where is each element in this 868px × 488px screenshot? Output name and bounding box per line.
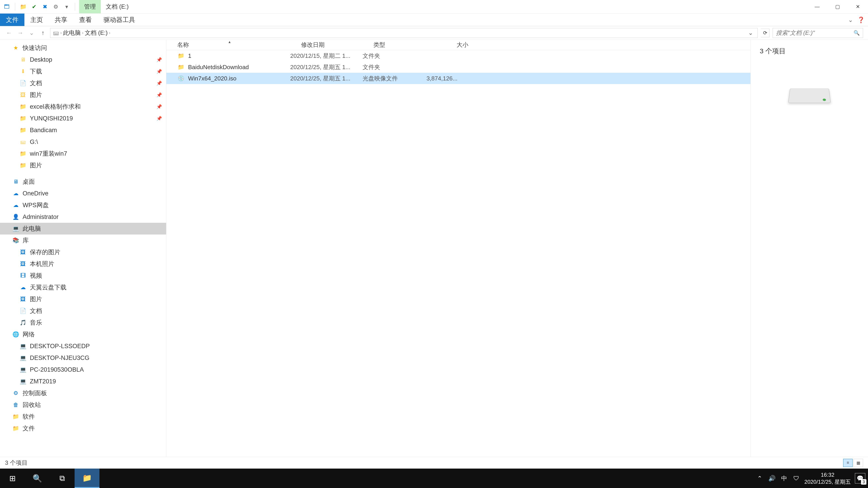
clock-time: 16:32 (804, 471, 851, 478)
body: ★ 快速访问 🖥Desktop📌⬇下载📌📄文档📌🖼图片📌📁excel表格制作求和… (0, 40, 868, 457)
sidebar-item[interactable]: 📄文档 (0, 305, 166, 317)
clock[interactable]: 16:32 2020/12/25, 星期五 (804, 471, 851, 485)
sidebar-item-label: 控制面板 (23, 389, 47, 397)
sidebar-item[interactable]: 🖼本机照片 (0, 258, 166, 270)
sidebar-item[interactable]: 📁图片 (0, 160, 166, 171)
chevron-right-icon[interactable]: › (60, 31, 62, 35)
tray-chevron-up-icon[interactable]: ⌃ (756, 474, 764, 482)
icons-view-button[interactable]: ▦ (854, 459, 863, 467)
gear-icon[interactable]: ⚙ (52, 3, 59, 10)
sidebar-item[interactable]: ☁WPS网盘 (0, 199, 166, 211)
navigation-pane[interactable]: ★ 快速访问 🖥Desktop📌⬇下载📌📄文档📌🖼图片📌📁excel表格制作求和… (0, 40, 166, 457)
folder-icon[interactable]: 📁 (20, 3, 27, 10)
sidebar-item[interactable]: 💻DESKTOP-NJEU3CG (0, 352, 166, 364)
file-row[interactable]: 💿Win7x64_2020.iso2020/12/25, 星期五 1...光盘映… (166, 73, 750, 84)
tab-home[interactable]: 主页 (24, 13, 49, 26)
sidebar-item[interactable]: ☁OneDrive (0, 188, 166, 199)
window-controls: — ▢ ✕ (807, 0, 868, 13)
tab-share[interactable]: 共享 (49, 13, 73, 26)
volume-icon[interactable]: 🔊 (768, 474, 776, 482)
sidebar-item[interactable]: 📁YUNQISHI2019📌 (0, 112, 166, 124)
sidebar-item-label: 软件 (23, 413, 35, 421)
sidebar-item[interactable]: 📁win7重装win7 (0, 148, 166, 160)
desktop-icon: 🖥 (12, 178, 20, 185)
drive-icon: 🖴 (53, 29, 59, 36)
minimize-button[interactable]: — (807, 0, 827, 13)
details-view-button[interactable]: ≡ (843, 459, 852, 467)
sidebar-item-label: 图片 (30, 91, 42, 99)
sidebar-item-label: 图片 (30, 295, 42, 303)
maximize-button[interactable]: ▢ (827, 0, 848, 13)
sidebar-item[interactable]: 💻PC-20190530OBLA (0, 364, 166, 376)
sidebar-desktop-root[interactable]: 🖥 桌面 (0, 176, 166, 188)
back-button[interactable]: ← (5, 29, 13, 37)
file-row[interactable]: 📁12020/12/15, 星期二 1...文件夹 (166, 50, 750, 61)
sidebar-item[interactable]: 📄文档📌 (0, 77, 166, 89)
sidebar-item-label: 视频 (30, 271, 42, 280)
col-date[interactable]: 修改日期 (301, 41, 373, 49)
sidebar-item[interactable]: 💻此电脑 (0, 223, 166, 234)
sidebar-item[interactable]: 📁excel表格制作求和📌 (0, 101, 166, 112)
security-icon[interactable]: 🛡 (792, 474, 800, 482)
col-name[interactable]: 名称 (177, 41, 301, 49)
sidebar-item[interactable]: 📁软件 (0, 411, 166, 422)
tab-view[interactable]: 查看 (73, 13, 98, 26)
sidebar-item[interactable]: 🖼图片📌 (0, 89, 166, 101)
chevron-down-icon[interactable]: ⌄ (847, 16, 855, 24)
sidebar-item[interactable]: 💻DESKTOP-LSSOEDP (0, 340, 166, 352)
address-bar[interactable]: 🖴 › 此电脑 › 文档 (E:) › ⌄ (50, 28, 758, 38)
breadcrumb-root[interactable]: 此电脑 (63, 29, 81, 37)
sidebar-item-label: WPS网盘 (23, 201, 49, 209)
dropdown-icon[interactable]: ▾ (63, 3, 70, 10)
recent-dropdown[interactable]: ⌄ (28, 29, 36, 37)
search-button[interactable]: 🔍 (25, 468, 50, 488)
sidebar-item[interactable]: 🎞视频 (0, 270, 166, 282)
sidebar-item[interactable]: ⚙控制面板 (0, 387, 166, 399)
tab-file[interactable]: 文件 (0, 13, 24, 26)
address-dropdown-icon[interactable]: ⌄ (747, 29, 755, 36)
sidebar-item[interactable]: 🖴G:\ (0, 136, 166, 148)
item-count: 3 个项目 (760, 46, 786, 56)
file-row[interactable]: 📁BaiduNetdiskDownload2020/12/25, 星期五 1..… (166, 61, 750, 73)
sidebar-item[interactable]: 🎵音乐 (0, 317, 166, 328)
search-box[interactable]: 🔍 (773, 28, 863, 38)
sidebar-item[interactable]: ☁天翼云盘下载 (0, 282, 166, 293)
close-button[interactable]: ✕ (848, 0, 868, 13)
sidebar-label: 快速访问 (23, 44, 47, 52)
notifications-button[interactable]: 💬 3 (855, 473, 865, 484)
help-icon[interactable]: ❓ (857, 16, 865, 24)
up-button[interactable]: ↑ (39, 29, 47, 37)
search-input[interactable] (776, 29, 854, 36)
explorer-taskbar-button[interactable]: 📁 (74, 468, 99, 488)
sidebar-item[interactable]: 🖥Desktop📌 (0, 54, 166, 66)
col-size[interactable]: 大小 (434, 41, 473, 49)
sidebar-item[interactable]: 💻ZMT2019 (0, 376, 166, 387)
refresh-button[interactable]: ⟳ (761, 29, 770, 37)
search-icon[interactable]: 🔍 (854, 30, 860, 36)
sidebar-item[interactable]: 🖼保存的图片 (0, 246, 166, 258)
start-button[interactable]: ⊞ (0, 468, 25, 488)
sidebar-item[interactable]: 🖼图片 (0, 293, 166, 305)
tab-drive-tools[interactable]: 驱动器工具 (98, 13, 141, 26)
sidebar-item-label: 库 (23, 236, 29, 245)
sidebar-item[interactable]: 👤Administrator (0, 211, 166, 223)
folder-icon: 📁 (177, 52, 185, 60)
sidebar-item[interactable]: 📁文件 (0, 422, 166, 434)
sidebar-item[interactable]: 🌐网络 (0, 328, 166, 340)
pin-icon: 📌 (156, 69, 162, 74)
task-view-button[interactable]: ⧉ (50, 468, 74, 488)
sidebar-quick-access[interactable]: ★ 快速访问 (0, 42, 166, 54)
sidebar-item[interactable]: 📁Bandicam (0, 124, 166, 136)
pc-icon: 💻 (20, 354, 27, 361)
forward-button[interactable]: → (16, 29, 24, 37)
ime-indicator[interactable]: 中 (780, 474, 788, 482)
sidebar-item[interactable]: 🗑回收站 (0, 399, 166, 411)
close-x-icon[interactable]: ✖ (41, 3, 49, 10)
sidebar-item[interactable]: 📚库 (0, 234, 166, 246)
chevron-right-icon[interactable]: › (109, 31, 110, 35)
check-icon[interactable]: ✔ (31, 3, 38, 10)
sidebar-item[interactable]: ⬇下载📌 (0, 66, 166, 77)
breadcrumb-current[interactable]: 文档 (E:) (85, 29, 107, 37)
chevron-right-icon[interactable]: › (82, 31, 84, 35)
col-type[interactable]: 类型 (373, 41, 434, 49)
